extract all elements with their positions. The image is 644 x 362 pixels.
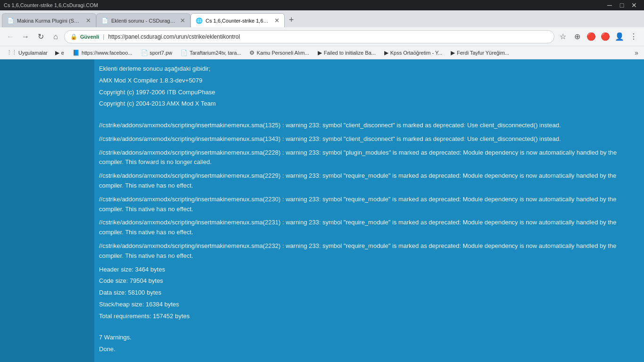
- fb-label: https://www.faceboo...: [82, 50, 132, 56]
- tab-3-close[interactable]: ✕: [274, 17, 280, 24]
- warnings-block: //cstrike/addons/amxmodx/scripting/inser…: [99, 121, 620, 261]
- warning-4: //cstrike/addons/amxmodx/scripting/inser…: [99, 195, 620, 214]
- bookmark-ferdi[interactable]: ▶ Ferdi Tayfur Yüreğim...: [447, 48, 513, 58]
- bookmark-failed[interactable]: ▶ Failed to initialize Ba...: [314, 48, 380, 58]
- tab-bar: 📄 Makina Kurma Plugini (SentryGu ✕ 📄 Ekl…: [0, 10, 644, 27]
- sport-label: sport7.pw: [150, 50, 173, 56]
- reload-button[interactable]: ↻: [34, 30, 47, 43]
- apps-label: Uygulamalar: [18, 50, 48, 56]
- navigation-bar: ← → ↻ ⌂ 🔒 Güvenli | https://panel.csdura…: [0, 27, 644, 46]
- minimize-button[interactable]: ─: [603, 0, 616, 10]
- address-bar[interactable]: 🔒 Güvenli | https://panel.csduragi.com/u…: [64, 30, 554, 43]
- tab-1[interactable]: 📄 Makina Kurma Plugini (SentryGu ✕: [2, 13, 96, 27]
- ferdi-icon: ▶: [451, 49, 455, 56]
- forward-button[interactable]: →: [19, 30, 32, 43]
- tab-1-label: Makina Kurma Plugini (SentryGu: [17, 18, 81, 24]
- apps-icon: ⋮⋮: [7, 49, 17, 56]
- bookmark-kpss[interactable]: ▶ Kpss Ortaöğretim - Y...: [380, 48, 446, 58]
- maximize-button[interactable]: □: [616, 0, 628, 10]
- ferdi-label: Ferdi Tayfur Yüreğim...: [457, 50, 509, 56]
- kamu-icon: ⚙: [249, 49, 255, 56]
- chrome-extension-2[interactable]: 🔴: [599, 30, 612, 43]
- fb-icon: 📘: [73, 49, 80, 56]
- copyright2: Copyright (c) 2004-2013 AMX Mod X Team: [99, 99, 620, 109]
- tab-3-label: Cs 1,6,Counter-strike 1,6,CsDura...: [206, 18, 270, 24]
- tab-2[interactable]: 📄 Eklenti sorunu - CSDuragi.COM ✕: [96, 13, 190, 27]
- yt-label: e: [61, 50, 64, 56]
- bookmark-star-button[interactable]: ☆: [556, 30, 570, 43]
- bookmark-sport[interactable]: 📄 sport7.pw: [137, 48, 176, 58]
- copyright1: Copyright (c) 1997-2006 ITB CompuPhase: [99, 88, 620, 98]
- warning-6: //cstrike/addons/amxmodx/scripting/inser…: [99, 241, 620, 261]
- tab-3[interactable]: 🌐 Cs 1,6,Counter-strike 1,6,CsDura... ✕: [190, 13, 285, 27]
- warning-1: //cstrike/addons/amxmodx/scripting/inser…: [99, 134, 620, 144]
- tab-2-icon: 📄: [101, 17, 108, 24]
- nav-actions: ☆ ⊕ 🔴 🔴 👤 ⋮: [556, 30, 640, 43]
- sidebar: [0, 59, 94, 362]
- address-separator: |: [103, 33, 104, 40]
- taraftarium-icon: 📄: [181, 49, 188, 56]
- bookmark-facebook[interactable]: 📘 https://www.faceboo...: [69, 48, 136, 58]
- warning-0: //cstrike/addons/amxmodx/scripting/inser…: [99, 121, 620, 131]
- tab-2-label: Eklenti sorunu - CSDuragi.COM: [111, 18, 175, 24]
- taraftarium-label: Taraftarium24tv, tara...: [190, 50, 241, 56]
- code-size: Code size: 79504 bytes: [99, 276, 620, 286]
- profile-button[interactable]: 👤: [613, 30, 626, 43]
- intro-text: Eklenti derleme sonucu aşağıdaki gibidir…: [99, 64, 620, 74]
- chrome-extension-1[interactable]: 🔴: [585, 30, 598, 43]
- kpss-icon: ▶: [384, 49, 388, 56]
- close-button[interactable]: ✕: [628, 0, 640, 10]
- apps-button[interactable]: ⋮⋮ Uygulamalar: [4, 48, 50, 58]
- tab-3-icon: 🌐: [196, 17, 203, 24]
- warning-2: //cstrike/addons/amxmodx/scripting/inser…: [99, 148, 620, 168]
- stack-heap-size: Stack/heap size: 16384 bytes: [99, 300, 620, 310]
- failed-icon: ▶: [318, 49, 322, 56]
- browser: 📄 Makina Kurma Plugini (SentryGu ✕ 📄 Ekl…: [0, 10, 644, 362]
- data-size: Data size: 58100 bytes: [99, 288, 620, 298]
- window-controls: ─ □ ✕: [603, 0, 640, 10]
- lock-icon: 🔒: [70, 33, 77, 40]
- compiler-name: AMX Mod X Compiler 1.8.3-dev+5079: [99, 76, 620, 86]
- protocol-label: Güvenli: [80, 34, 99, 40]
- window-title: Cs 1,6,Counter-strike 1,6,CsDuragi.COM: [4, 2, 98, 8]
- menu-button[interactable]: ⋮: [627, 30, 640, 43]
- yt-icon: ▶: [55, 49, 59, 56]
- sport-icon: 📄: [141, 49, 148, 56]
- home-button[interactable]: ⌂: [49, 30, 62, 43]
- done-text: Done.: [99, 345, 620, 354]
- more-bookmarks-button[interactable]: »: [633, 49, 640, 57]
- bookmarks-bar: ⋮⋮ Uygulamalar ▶ e 📘 https://www.faceboo…: [0, 46, 644, 59]
- kamu-label: Kamu Personeli Alım...: [256, 50, 309, 56]
- bookmark-kamu[interactable]: ⚙ Kamu Personeli Alım...: [246, 48, 313, 58]
- kpss-label: Kpss Ortaöğretim - Y...: [390, 50, 442, 56]
- page-content[interactable]: Eklenti derleme sonucu aşağıdaki gibidir…: [0, 59, 644, 362]
- bookmark-taraftarium[interactable]: 📄 Taraftarium24tv, tara...: [177, 48, 245, 58]
- header-size: Header size: 3464 bytes: [99, 265, 620, 275]
- content-area: Eklenti derleme sonucu aşağıdaki gibidir…: [0, 59, 644, 362]
- titlebar: Cs 1,6,Counter-strike 1,6,CsDuragi.COM ─…: [0, 0, 644, 10]
- new-tab-button[interactable]: +: [285, 13, 298, 26]
- warning-5: //cstrike/addons/amxmodx/scripting/inser…: [99, 218, 620, 238]
- address-text: https://panel.csduragi.com/urun/cstrike/…: [108, 33, 548, 40]
- cast-button[interactable]: ⊕: [570, 30, 584, 43]
- tab-2-close[interactable]: ✕: [180, 17, 185, 24]
- back-button[interactable]: ←: [4, 30, 17, 43]
- tab-1-icon: 📄: [7, 17, 14, 24]
- tab-1-close[interactable]: ✕: [86, 17, 91, 24]
- failed-label: Failed to initialize Ba...: [324, 50, 376, 56]
- bookmark-yt[interactable]: ▶ e: [51, 48, 68, 58]
- warning-3: //cstrike/addons/amxmodx/scripting/inser…: [99, 171, 620, 191]
- total-requirements: Total requirements: 157452 bytes: [99, 312, 620, 321]
- warning-count: 7 Warnings.: [99, 333, 620, 343]
